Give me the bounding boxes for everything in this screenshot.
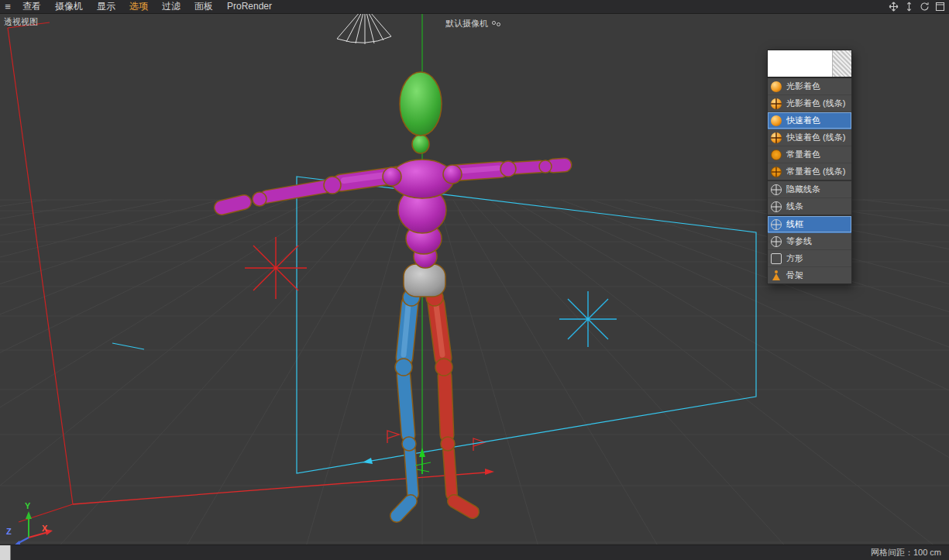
shading-option-label: 快速着色 [786, 115, 820, 126]
camera-label-text: 默认摄像机 [445, 18, 488, 29]
skeleton-icon [771, 270, 782, 281]
axis-z-label: Z [6, 527, 12, 536]
shading-option-wireframe-sphere[interactable]: 线框 [768, 216, 851, 233]
red-light-gizmo[interactable] [245, 237, 307, 299]
shading-option-isoparm-sphere[interactable]: 等参线 [768, 233, 851, 250]
mannequin-figure[interactable] [222, 72, 565, 516]
camera-label[interactable]: 默认摄像机 [445, 18, 501, 29]
shading-option-quick-sphere[interactable]: 快速着色 [768, 112, 851, 129]
menubar-item-3[interactable]: 显示 [90, 0, 122, 13]
red-axis-line[interactable] [73, 431, 494, 504]
quick-sphere-icon [771, 115, 782, 126]
hidden-line-sphere-icon [771, 184, 782, 195]
corner-handle[interactable] [0, 545, 11, 560]
menubar: ≡ 查看摄像机显示选项过滤面板ProRender [0, 0, 949, 14]
shading-option-line-sphere[interactable]: 线条 [768, 198, 851, 216]
shading-option-label: 常量着色 [786, 149, 820, 160]
shading-option-box[interactable]: 方形 [768, 250, 851, 267]
menubar-item-2[interactable]: 摄像机 [48, 0, 90, 13]
constant-sphere-icon [771, 149, 782, 160]
view-label[interactable]: 透视视图 [4, 16, 38, 28]
shading-option-label: 常量着色 (线条) [786, 166, 845, 177]
box-icon [771, 253, 782, 264]
line-sphere-icon [771, 201, 782, 212]
orbit-icon[interactable] [920, 2, 930, 12]
shading-option-label: 线框 [786, 218, 803, 230]
shading-option-constant-sphere-lines[interactable]: 常量着色 (线条) [768, 163, 851, 181]
shading-option-shaded-sphere-lines[interactable]: 光影着色 (线条) [768, 95, 851, 112]
shading-dropdown: 光影着色光影着色 (线条)快速着色快速着色 (线条)常量着色常量着色 (线条)隐… [767, 50, 852, 284]
status-bar: 网格间距：100 cm [0, 545, 949, 560]
cyan-light-gizmo[interactable] [559, 291, 617, 347]
shading-options-list: 光影着色光影着色 (线条)快速着色快速着色 (线条)常量着色常量着色 (线条)隐… [767, 78, 852, 284]
shading-option-shaded-sphere[interactable]: 光影着色 [768, 78, 851, 95]
axis-y-label: Y [25, 501, 31, 510]
dolly-icon[interactable] [904, 2, 914, 12]
red-frame[interactable] [8, 22, 73, 522]
menubar-item-1[interactable]: 查看 [15, 0, 48, 13]
shading-option-label: 隐藏线条 [786, 184, 820, 195]
shading-option-label: 快速着色 (线条) [786, 132, 845, 143]
dropdown-preview[interactable] [767, 50, 852, 78]
shading-option-quick-sphere-lines[interactable]: 快速着色 (线条) [768, 129, 851, 146]
shading-option-label: 光影着色 (线条) [786, 98, 845, 109]
shading-option-label: 光影着色 [786, 81, 820, 92]
menubar-items: 查看摄像机显示选项过滤面板ProRender [15, 0, 279, 13]
shading-option-hidden-line-sphere[interactable]: 隐藏线条 [768, 181, 851, 198]
menubar-item-5[interactable]: 过滤 [155, 0, 187, 13]
grid-spacing-label: 网格间距：100 cm [871, 547, 941, 558]
shaded-sphere-lines-icon [771, 98, 782, 109]
menubar-item-7[interactable]: ProRender [220, 0, 279, 13]
shading-option-label: 线条 [786, 201, 803, 212]
camera-icon [492, 20, 501, 27]
pan-icon[interactable] [889, 2, 899, 12]
shading-option-constant-sphere[interactable]: 常量着色 [768, 146, 851, 163]
viewport-nav-icons [889, 2, 949, 12]
texture-thumb-icon [832, 50, 851, 77]
maximize-icon[interactable] [935, 2, 945, 12]
quick-sphere-lines-icon [771, 132, 782, 143]
menubar-item-4[interactable]: 选项 [122, 0, 155, 13]
shaded-sphere-icon [771, 81, 782, 92]
shading-option-label: 等参线 [786, 235, 812, 247]
shading-option-label: 骨架 [786, 270, 803, 281]
world-axis-gizmo: Y X Z [6, 501, 53, 547]
isoparm-sphere-icon [771, 236, 782, 247]
shading-option-label: 方形 [786, 253, 803, 264]
wireframe-sphere-icon [771, 219, 782, 230]
constant-sphere-lines-icon [771, 167, 782, 177]
shading-option-skeleton[interactable]: 骨架 [768, 267, 851, 283]
menubar-item-6[interactable]: 面板 [187, 0, 220, 13]
axis-x-label: X [42, 524, 48, 533]
hamburger-icon[interactable]: ≡ [0, 0, 15, 13]
